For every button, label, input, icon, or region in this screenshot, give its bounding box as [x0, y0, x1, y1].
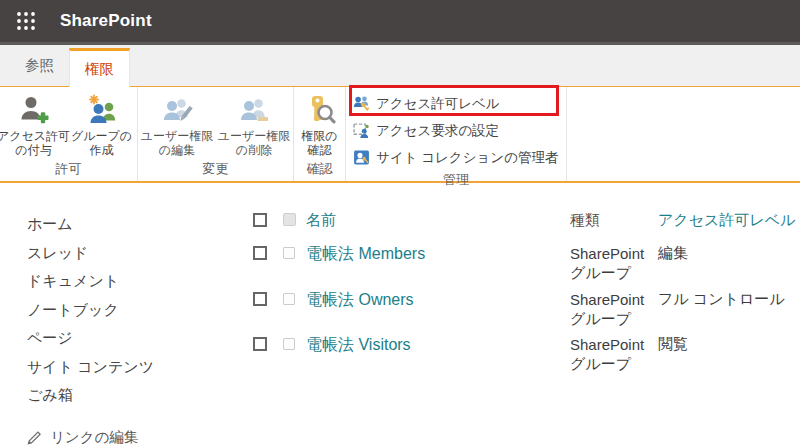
group-permission-level: フル コントロール [658, 290, 800, 309]
ribbon-group-modify: ユーザー権限 の編集 ユーザー権限 の削除 変更 [138, 87, 294, 181]
header-icon-checkbox [283, 213, 296, 226]
group-link[interactable]: 電帳法 Visitors [306, 335, 570, 356]
row-icon-checkbox [283, 293, 295, 305]
permission-levels-button[interactable]: アクセス許可レベル [353, 90, 566, 117]
column-header-name[interactable]: 名前 [306, 211, 570, 230]
ribbon-item-label: サイト コレクションの管理者 [376, 149, 558, 167]
column-header-type[interactable]: 種類 [570, 211, 658, 230]
edit-links-label: リンクの編集 [50, 428, 138, 447]
edit-links-button[interactable]: リンクの編集 [27, 428, 237, 447]
create-group-icon [86, 94, 118, 126]
nav-item-recycle-bin[interactable]: ごみ箱 [27, 386, 237, 415]
permission-levels-icon [353, 95, 370, 112]
nav-item-home[interactable]: ホーム [27, 215, 237, 244]
ribbon-group-label-modify: 変更 [138, 160, 293, 181]
button-label: ユーザー権限 [141, 129, 214, 143]
ribbon-group-manage: アクセス許可レベル アクセス要求の設定 [346, 87, 567, 181]
button-label: 権限の [301, 129, 337, 143]
group-permission-level: 編集 [658, 244, 800, 263]
check-permissions-button[interactable]: 権限の 確認 [295, 92, 345, 157]
group-link[interactable]: 電帳法 Owners [306, 290, 570, 311]
create-group-button[interactable]: グループの 作成 [67, 92, 137, 157]
table-header-row: 名前 種類 アクセス許可レベル [253, 211, 800, 244]
edit-user-permissions-button[interactable]: ユーザー権限 の編集 [139, 92, 216, 157]
ribbon-group-label-check: 確認 [294, 160, 345, 181]
tab-permissions[interactable]: 権限 [69, 48, 130, 87]
row-checkbox[interactable] [253, 292, 267, 306]
site-collection-admins-icon [353, 149, 370, 166]
button-label: ユーザー権限 [218, 129, 291, 143]
suite-bar: SharePoint [0, 0, 800, 42]
select-all-checkbox[interactable] [253, 213, 267, 227]
edit-user-permissions-icon [161, 94, 193, 126]
row-checkbox[interactable] [253, 337, 267, 351]
row-icon-checkbox [283, 338, 295, 350]
remove-user-permissions-button[interactable]: ユーザー権限 の削除 [216, 92, 293, 157]
row-icon-checkbox [283, 247, 295, 259]
nav-item-newsfeed[interactable]: スレッド [27, 244, 237, 273]
nav-item-pages[interactable]: ページ [27, 329, 237, 358]
app-launcher-icon[interactable] [15, 10, 37, 32]
nav-item-site-contents[interactable]: サイト コンテンツ [27, 358, 237, 387]
table-row: 電帳法 Members SharePoint グループ 編集 [253, 244, 800, 290]
ribbon-item-label: アクセス要求の設定 [376, 122, 499, 140]
ribbon-item-label: アクセス許可レベル [376, 95, 500, 113]
left-navigation: ホーム スレッド ドキュメント ノートブック ページ サイト コンテンツ ごみ箱… [27, 215, 237, 447]
button-label: アクセス許可 [0, 129, 70, 143]
group-link[interactable]: 電帳法 Members [306, 244, 570, 265]
group-type: SharePoint グループ [570, 244, 658, 282]
site-collection-admins-button[interactable]: サイト コレクションの管理者 [353, 144, 566, 171]
ribbon-group-label-manage: 管理 [346, 171, 566, 189]
grant-permissions-button[interactable]: アクセス許可 の付与 [1, 92, 67, 157]
column-header-permission-level[interactable]: アクセス許可レベル [658, 211, 800, 230]
ribbon-tab-row: 参照 権限 [0, 45, 800, 87]
access-request-settings-icon [353, 122, 370, 139]
button-label: の削除 [236, 143, 272, 157]
ribbon-group-check: 権限の 確認 確認 [294, 87, 346, 181]
group-permission-level: 閲覧 [658, 335, 800, 354]
group-type: SharePoint グループ [570, 335, 658, 373]
table-row: 電帳法 Owners SharePoint グループ フル コントロール [253, 290, 800, 336]
ribbon-group-label-grant: 許可 [0, 160, 137, 181]
tab-browse[interactable]: 参照 [10, 45, 69, 86]
check-permissions-icon [304, 94, 336, 126]
button-label: の付与 [15, 143, 51, 157]
pencil-icon [27, 430, 42, 445]
permissions-table: 名前 種類 アクセス許可レベル 電帳法 Members SharePoint グ… [253, 211, 800, 381]
group-type: SharePoint グループ [570, 290, 658, 328]
app-title: SharePoint [60, 11, 152, 31]
grant-permissions-icon [18, 94, 50, 126]
ribbon-group-grant: アクセス許可 の付与 グループの 作成 許可 [0, 87, 138, 181]
remove-user-permissions-icon [238, 94, 270, 126]
nav-item-documents[interactable]: ドキュメント [27, 272, 237, 301]
table-row: 電帳法 Visitors SharePoint グループ 閲覧 [253, 335, 800, 381]
button-label: 作成 [90, 143, 114, 157]
nav-item-notebook[interactable]: ノートブック [27, 301, 237, 330]
ribbon: アクセス許可 の付与 グループの 作成 許可 [0, 87, 800, 183]
button-label: 確認 [308, 143, 332, 157]
access-request-settings-button[interactable]: アクセス要求の設定 [353, 117, 566, 144]
row-checkbox[interactable] [253, 246, 267, 260]
button-label: グループの [71, 129, 132, 143]
button-label: の編集 [159, 143, 195, 157]
